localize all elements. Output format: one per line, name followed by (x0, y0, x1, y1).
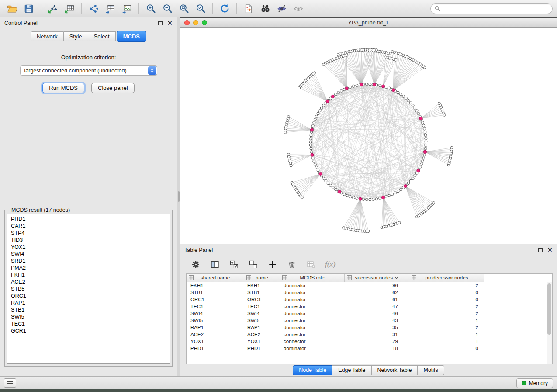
table-row[interactable]: ORC1ORC1dominator610 (187, 296, 552, 303)
scrollbar-thumb[interactable] (547, 283, 551, 335)
close-table-panel-icon[interactable]: ✕ (547, 248, 553, 252)
export-network-button[interactable] (86, 2, 101, 16)
panel-menu-button[interactable] (4, 378, 16, 388)
node-table: shared namenameMCDS rolesuccessor nodesp… (186, 273, 553, 364)
unselect-all-button[interactable] (248, 259, 259, 270)
table-row[interactable]: TEC1TEC1connector472 (187, 303, 552, 310)
table-row[interactable]: YOX1YOX1connector291 (187, 338, 552, 345)
export-network-icon (88, 3, 99, 14)
cell: connector (280, 339, 345, 344)
window-minimize-icon[interactable] (193, 20, 198, 25)
tab-node-table[interactable]: Node Table (293, 365, 332, 375)
search-input[interactable] (443, 6, 548, 12)
tab-network-table[interactable]: Network Table (372, 365, 418, 375)
mcds-result-item[interactable]: YOX1 (11, 244, 170, 251)
mcds-result-item[interactable]: SRD1 (11, 258, 170, 265)
tab-mcds[interactable]: MCDS (117, 31, 146, 42)
table-scrollbar[interactable] (547, 282, 552, 364)
column-header-successor-nodes[interactable]: successor nodes (345, 274, 409, 282)
mcds-result-item[interactable]: PHD1 (11, 216, 170, 223)
delete-column-button[interactable] (287, 259, 297, 270)
columns-icon (210, 260, 220, 269)
show-elements-button[interactable] (291, 2, 306, 16)
tab-network[interactable]: Network (31, 31, 64, 41)
share-document-button[interactable] (241, 2, 256, 16)
manage-columns-button[interactable] (210, 259, 220, 270)
run-mcds-button[interactable]: Run MCDS (42, 83, 84, 93)
tab-select[interactable]: Select (88, 31, 116, 41)
zoom-selected-button[interactable] (193, 2, 208, 16)
table-row[interactable]: FKH1FKH1dominator962 (187, 282, 552, 289)
mcds-result-item[interactable]: FKH1 (11, 272, 170, 279)
select-all-button[interactable] (229, 259, 239, 270)
zoom-in-icon (145, 3, 156, 14)
memory-button[interactable]: Memory (516, 378, 553, 388)
zoom-in-button[interactable] (143, 2, 159, 16)
column-header-MCDS-role[interactable]: MCDS role (280, 274, 345, 282)
toolbar-separator (81, 3, 82, 14)
mcds-result-item[interactable]: STB1 (11, 306, 170, 313)
float-panel-icon[interactable] (158, 21, 163, 25)
mcds-result-item[interactable]: GCR1 (11, 327, 170, 334)
panel-splitter[interactable] (177, 17, 180, 376)
window-maximize-icon[interactable] (202, 20, 207, 25)
refresh-layout-button[interactable] (217, 2, 232, 16)
zoom-fit-button[interactable] (176, 2, 192, 16)
table-row[interactable]: PHD1PHD1dominator180 (187, 345, 552, 352)
table-row[interactable]: STB1STB1dominator620 (187, 289, 552, 296)
cell: 96 (345, 283, 409, 288)
mcds-result-item[interactable]: RAP1 (11, 299, 170, 306)
memory-label: Memory (529, 380, 548, 386)
mcds-result-item[interactable]: TID3 (11, 237, 170, 244)
table-settings-button[interactable] (190, 259, 201, 270)
import-table-button[interactable] (62, 2, 77, 16)
window-close-icon[interactable] (184, 20, 190, 25)
tab-style[interactable]: Style (64, 31, 88, 41)
criterion-dropdown[interactable]: largest connected component (undirected) (20, 65, 157, 76)
mcds-result-item[interactable]: PMA2 (11, 265, 170, 272)
mcds-result-item[interactable]: ACE2 (11, 279, 170, 285)
hide-elements-button[interactable] (274, 2, 290, 16)
network-window-titlebar: YPA_prune.txt_1 (180, 18, 557, 28)
mcds-result-item[interactable]: CAR1 (11, 223, 170, 230)
mcds-result-item[interactable]: SWI4 (11, 251, 170, 258)
float-table-panel-icon[interactable] (538, 248, 543, 252)
column-header-name[interactable]: name (244, 274, 280, 282)
cell: 62 (345, 290, 409, 295)
mcds-result-item[interactable]: STB5 (11, 285, 170, 292)
table-row[interactable]: RAP1RAP1dominator352 (187, 324, 552, 331)
column-header-predecessor-nodes[interactable]: predecessor nodes (409, 274, 484, 282)
export-table-button[interactable] (102, 2, 118, 16)
close-panel-icon[interactable]: ✕ (167, 21, 173, 25)
mcds-result-item[interactable]: ORC1 (11, 292, 170, 299)
table-row[interactable]: SWI5SWI5connector431 (187, 317, 552, 324)
column-header-shared-name[interactable]: shared name (187, 274, 244, 282)
mcds-result-item[interactable]: STP4 (11, 230, 170, 237)
unselect-all-icon (249, 260, 258, 269)
network-canvas[interactable] (180, 28, 557, 244)
tab-edge-table[interactable]: Edge Table (332, 365, 371, 375)
close-panel-button[interactable]: Close panel (91, 83, 135, 93)
network-graph[interactable] (180, 28, 557, 244)
add-column-button[interactable] (267, 259, 278, 270)
optimization-criterion-label: Optimization criterion: (0, 54, 177, 61)
table-row[interactable]: ACE2ACE2connector311 (187, 331, 552, 338)
function-builder-button[interactable]: f(x) (325, 260, 336, 269)
eye-slash-icon (277, 3, 287, 14)
search-network-button[interactable] (257, 2, 273, 16)
tab-motifs[interactable]: Motifs (418, 365, 444, 375)
export-image-button[interactable] (119, 2, 135, 16)
mcds-result-item[interactable]: SWI5 (11, 313, 170, 320)
table-header-row: shared namenameMCDS rolesuccessor nodesp… (187, 274, 552, 282)
open-file-button[interactable] (4, 2, 20, 16)
cell: STB1 (244, 290, 280, 295)
table-row[interactable]: SWI4SWI4dominator462 (187, 310, 552, 317)
import-network-button[interactable] (45, 2, 61, 16)
cell: ORC1 (187, 297, 244, 302)
delete-table-icon (306, 260, 316, 269)
mcds-result-item[interactable]: TEC1 (11, 320, 170, 327)
search-box[interactable] (430, 3, 553, 14)
zoom-out-button[interactable] (159, 2, 175, 16)
save-session-button[interactable] (21, 2, 37, 16)
delete-table-button[interactable] (306, 259, 316, 270)
